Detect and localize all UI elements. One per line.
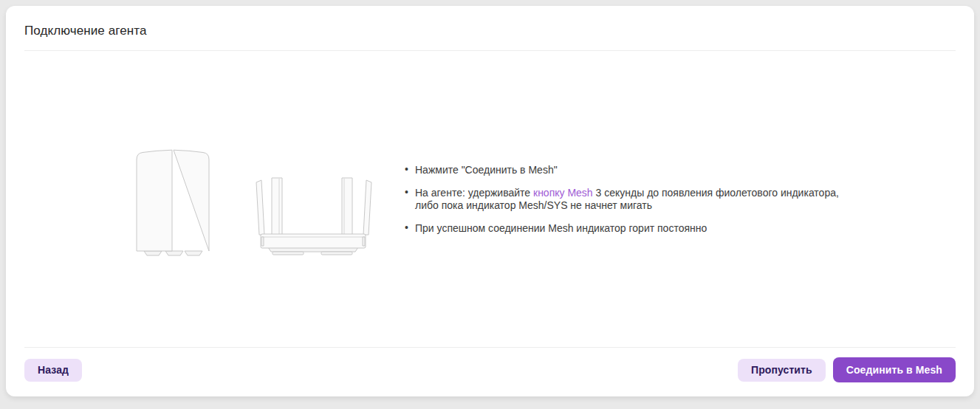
header-divider — [24, 50, 956, 51]
page-title: Подключение агента — [24, 24, 147, 38]
back-button[interactable]: Назад — [24, 359, 82, 382]
instruction-text: При успешном соединении Mesh индикатор г… — [415, 222, 707, 234]
footer-actions: Назад Пропустить Соединить в Mesh — [24, 357, 956, 382]
agent-connection-card: Подключение агента Нажмите "С — [6, 6, 974, 396]
footer-divider — [24, 347, 956, 348]
connect-mesh-button[interactable]: Соединить в Mesh — [833, 357, 956, 382]
instruction-item: Нажмите "Соединить в Mesh" — [403, 164, 865, 176]
instruction-text: Нажмите "Соединить в Mesh" — [415, 164, 558, 176]
quad-antenna-router-illustration — [255, 175, 373, 261]
instruction-list: Нажмите "Соединить в Mesh" На агенте: уд… — [403, 164, 865, 245]
instruction-item: При успешном соединении Mesh индикатор г… — [403, 222, 865, 235]
mesh-button-link[interactable]: кнопку Mesh — [533, 187, 593, 199]
instruction-text: На агенте: удерживайте — [415, 187, 533, 199]
tower-router-illustration — [134, 147, 211, 259]
instruction-item: На агенте: удерживайте кнопку Mesh 3 сек… — [403, 187, 865, 212]
skip-button[interactable]: Пропустить — [738, 359, 826, 382]
